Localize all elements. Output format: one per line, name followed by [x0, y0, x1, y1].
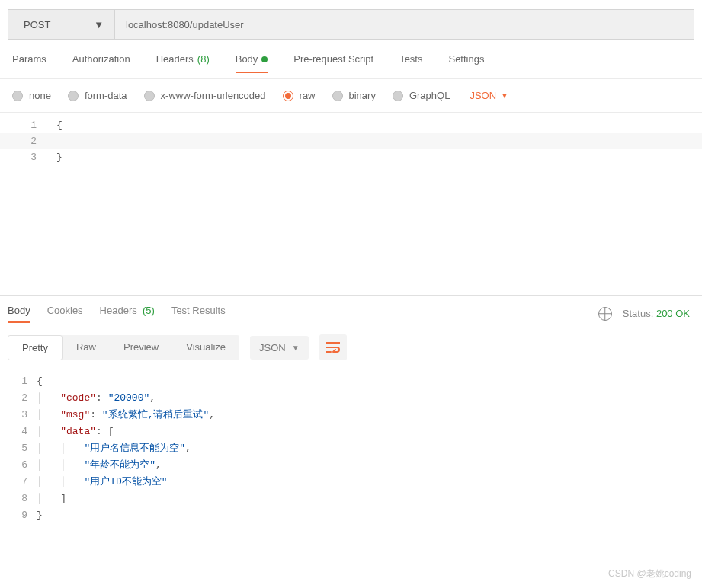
body-format-select[interactable]: JSON ▼: [470, 90, 508, 101]
resp-tab-body[interactable]: Body: [8, 305, 30, 322]
code-line: │ │ "用户名信息不能为空",: [37, 441, 191, 455]
request-body-editor[interactable]: 1{ 2 3}: [0, 113, 702, 296]
resp-headers-count: (5): [143, 305, 155, 316]
url-text: localhost:8080/updateUser: [126, 19, 244, 30]
line-number: 2: [0, 136, 47, 147]
code-line: }: [37, 510, 43, 521]
code-line: │ "msg": "系统繁忙,请稍后重试",: [37, 407, 215, 421]
tab-settings[interactable]: Settings: [448, 53, 484, 72]
code-line: │ │ "用户ID不能为空": [37, 475, 168, 488]
resp-tab-testresults[interactable]: Test Results: [171, 305, 226, 322]
line-number: 7: [0, 476, 37, 487]
view-preview[interactable]: Preview: [110, 335, 172, 360]
url-input[interactable]: localhost:8080/updateUser: [115, 10, 694, 39]
view-raw[interactable]: Raw: [63, 335, 110, 360]
response-body: 1{ 2│ "code": "20000", 3│ "msg": "系统繁忙,请…: [0, 368, 702, 528]
resp-tab-headers[interactable]: Headers (5): [100, 305, 155, 322]
response-type-select[interactable]: JSON ▼: [250, 336, 309, 360]
line-number: 3: [0, 152, 47, 163]
status-block: Status: 200 OK: [623, 308, 690, 319]
globe-icon[interactable]: [598, 307, 612, 321]
view-pretty[interactable]: Pretty: [8, 335, 63, 360]
code-line: {: [47, 120, 63, 131]
tab-prerequest[interactable]: Pre-request Script: [293, 53, 373, 72]
view-segment: Pretty Raw Preview Visualize: [8, 335, 239, 360]
body-type-xwww[interactable]: x-www-form-urlencoded: [144, 90, 266, 101]
chevron-down-icon: ▼: [94, 19, 104, 30]
line-number: 2: [0, 392, 37, 404]
response-tabs: Body Cookies Headers (5) Test Results: [8, 305, 226, 322]
code-line: │ │ "年龄不能为空",: [37, 458, 162, 471]
body-dirty-indicator: [261, 56, 268, 62]
wrap-lines-icon: [326, 342, 340, 353]
response-view-toolbar: Pretty Raw Preview Visualize JSON ▼: [0, 327, 702, 368]
tab-tests[interactable]: Tests: [399, 53, 422, 72]
radio-icon: [144, 91, 155, 101]
code-line: │ "code": "20000",: [37, 392, 155, 404]
body-type-row: none form-data x-www-form-urlencoded raw…: [0, 79, 702, 113]
chevron-down-icon: ▼: [501, 91, 508, 100]
line-number: 8: [0, 493, 37, 504]
line-number: 4: [0, 426, 37, 437]
code-line: │ "data": [: [37, 426, 114, 437]
code-line: }: [47, 152, 63, 163]
body-type-formdata[interactable]: form-data: [68, 90, 127, 101]
view-visualize[interactable]: Visualize: [172, 335, 239, 360]
tab-body[interactable]: Body: [236, 53, 268, 72]
line-number: 1: [0, 375, 37, 387]
code-line: {: [37, 375, 43, 387]
status-label: Status:: [623, 308, 653, 319]
status-value: 200 OK: [656, 308, 690, 319]
tab-params[interactable]: Params: [12, 53, 46, 72]
request-tabs: Params Authorization Headers (8) Body Pr…: [0, 40, 702, 79]
line-number: 3: [0, 409, 37, 420]
method-label: POST: [24, 19, 50, 30]
body-type-none[interactable]: none: [12, 90, 51, 101]
chevron-down-icon: ▼: [292, 344, 300, 352]
line-number: 5: [0, 443, 37, 454]
radio-icon-checked: [283, 91, 293, 101]
resp-tab-cookies[interactable]: Cookies: [47, 305, 83, 322]
radio-icon: [332, 91, 343, 101]
tab-headers[interactable]: Headers (8): [156, 53, 210, 72]
body-type-binary[interactable]: binary: [332, 90, 376, 101]
radio-icon: [68, 91, 79, 101]
line-number: 6: [0, 459, 37, 471]
http-method-select[interactable]: POST ▼: [8, 10, 115, 39]
line-number: 9: [0, 510, 37, 521]
body-type-raw[interactable]: raw: [283, 90, 316, 101]
body-type-graphql[interactable]: GraphQL: [393, 90, 450, 101]
radio-icon: [12, 91, 23, 101]
line-number: 1: [0, 120, 47, 131]
code-line: │ ]: [37, 493, 66, 504]
radio-icon: [393, 91, 403, 101]
headers-count: (8): [197, 53, 210, 65]
wrap-lines-button[interactable]: [319, 334, 347, 360]
tab-authorization[interactable]: Authorization: [72, 53, 130, 72]
